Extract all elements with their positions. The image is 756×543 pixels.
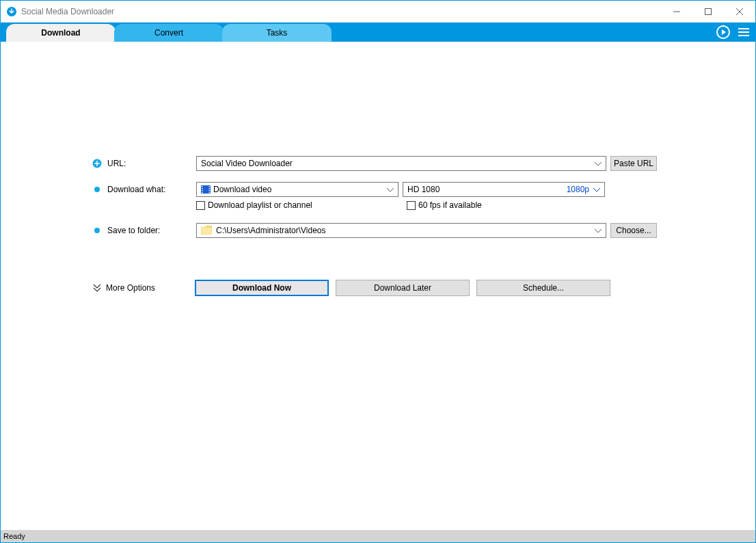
more-options-label: More Options — [106, 283, 155, 293]
download-now-button[interactable]: Download Now — [195, 280, 329, 296]
choose-folder-button[interactable]: Choose... — [610, 223, 657, 238]
chevron-down-icon — [595, 226, 602, 235]
more-options-toggle[interactable]: More Options — [92, 283, 195, 293]
quality-suffix: 1080p — [567, 185, 589, 194]
window-controls — [661, 1, 755, 22]
quality-value: HD 1080 — [407, 185, 440, 194]
url-label: URL: — [107, 159, 196, 168]
bullet-icon — [92, 185, 102, 194]
button-label: Choose... — [616, 226, 651, 235]
url-input[interactable]: Social Video Downloader — [196, 156, 606, 171]
svg-rect-19 — [209, 188, 211, 189]
minimize-button[interactable] — [661, 1, 692, 22]
folder-icon — [201, 226, 212, 235]
play-icon[interactable] — [716, 25, 731, 40]
video-icon — [201, 185, 211, 194]
app-icon — [6, 6, 17, 17]
menu-icon[interactable] — [736, 25, 751, 40]
download-later-button[interactable]: Download Later — [336, 280, 470, 296]
paste-url-button[interactable]: Paste URL — [610, 156, 657, 171]
double-chevron-down-icon — [92, 283, 102, 293]
schedule-button[interactable]: Schedule... — [476, 280, 610, 296]
button-label: Paste URL — [614, 159, 653, 168]
status-text: Ready — [3, 532, 25, 540]
svg-rect-16 — [202, 190, 203, 191]
svg-rect-15 — [202, 188, 203, 189]
svg-rect-21 — [209, 192, 211, 194]
tabbar: Download Convert Tasks — [1, 23, 755, 42]
svg-rect-2 — [705, 8, 712, 14]
svg-rect-14 — [202, 186, 203, 187]
svg-rect-18 — [209, 186, 211, 187]
checkbox-label: 60 fps if available — [418, 200, 482, 210]
window-title: Social Media Downloader — [21, 7, 114, 16]
tab-convert[interactable]: Convert — [114, 24, 224, 42]
titlebar: Social Media Downloader — [1, 1, 755, 23]
folder-path: C:\Users\Administrator\Videos — [216, 226, 326, 235]
fps-checkbox[interactable] — [407, 201, 416, 210]
tab-label: Convert — [154, 28, 183, 38]
playlist-checkbox[interactable] — [196, 201, 205, 210]
save-folder-input[interactable]: C:\Users\Administrator\Videos — [196, 223, 606, 238]
svg-point-12 — [94, 187, 100, 192]
maximize-button[interactable] — [692, 1, 724, 22]
download-what-select[interactable]: Download video — [196, 182, 399, 197]
chevron-down-icon — [595, 159, 602, 168]
save-folder-label: Save to folder: — [107, 226, 196, 235]
tab-tasks[interactable]: Tasks — [222, 24, 332, 42]
chevron-down-icon — [593, 185, 600, 194]
close-button[interactable] — [724, 1, 755, 22]
tab-label: Download — [41, 28, 80, 38]
plus-icon — [92, 159, 102, 168]
chevron-down-icon — [387, 185, 394, 194]
main-panel: URL: Social Video Downloader Paste URL D… — [1, 42, 755, 530]
button-label: Download Later — [374, 283, 431, 293]
combo-value: Download video — [213, 185, 271, 194]
button-label: Download Now — [232, 283, 291, 293]
tab-download[interactable]: Download — [6, 24, 116, 42]
svg-rect-20 — [209, 190, 211, 191]
svg-rect-17 — [202, 192, 203, 194]
svg-rect-23 — [201, 227, 212, 235]
download-what-label: Download what: — [107, 185, 196, 194]
statusbar: Ready — [1, 530, 755, 542]
button-label: Schedule... — [523, 283, 564, 293]
bullet-icon — [92, 226, 102, 235]
svg-point-22 — [94, 228, 100, 233]
tab-label: Tasks — [267, 28, 288, 38]
checkbox-label: Download playlist or channel — [208, 200, 312, 210]
quality-select[interactable]: HD 1080 1080p — [403, 182, 605, 197]
url-value: Social Video Downloader — [201, 159, 293, 168]
